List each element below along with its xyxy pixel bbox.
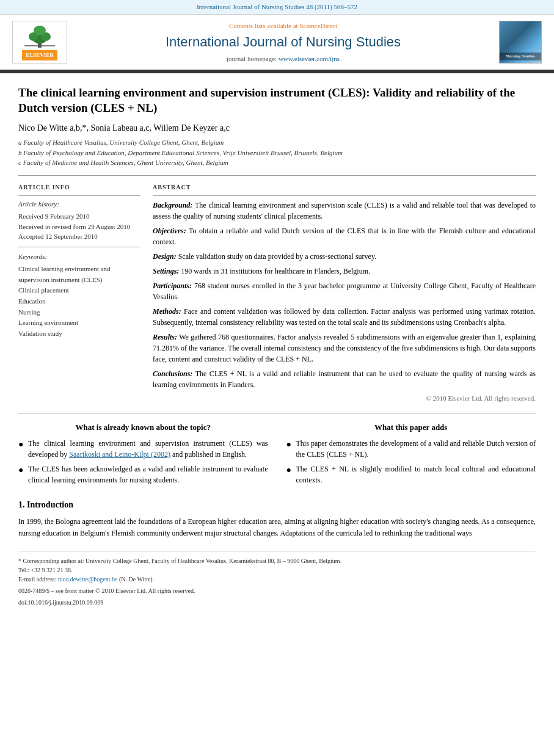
bullet-icon-4: ● — [286, 463, 293, 485]
journal-cover-title: Nursing Studies — [500, 53, 541, 61]
article-title: The clinical learning environment and su… — [18, 85, 536, 115]
history-item-1: Received 9 February 2010 — [18, 211, 140, 222]
known-bullet-1: ● The clinical learning environment and … — [18, 438, 268, 460]
settings-label: Settings: — [153, 267, 179, 275]
abstract-background: Background: The clinical learning enviro… — [153, 200, 536, 222]
abstract-settings: Settings: 190 wards in 31 institutions f… — [153, 266, 536, 277]
keyword-4: Nursing — [18, 307, 140, 318]
keyword-1: Clinical learning environment and superv… — [18, 264, 140, 285]
abstract-objectives: Objectives: To obtain a reliable and val… — [153, 225, 536, 247]
lower-section: What is already known about the topic? ●… — [18, 413, 536, 489]
affiliations: a Faculty of Healthcare Vesalius, Univer… — [18, 137, 536, 168]
results-text: We gathered 768 questionnaires. Factor a… — [153, 333, 536, 363]
adds-section-title: What this paper adds — [286, 422, 536, 433]
bullet-icon-3: ● — [286, 438, 293, 460]
adds-bullet-1: ● This paper demonstrates the developmen… — [286, 438, 536, 460]
email-link[interactable]: nico.dewitte@hogent.be — [58, 576, 118, 583]
objectives-label: Objectives: — [153, 227, 186, 235]
objectives-text: To obtain a reliable and valid Dutch ver… — [153, 227, 536, 246]
homepage-url[interactable]: www.elsevier.com/ijns — [279, 55, 340, 62]
sciencedirect-link-text[interactable]: ScienceDirect — [299, 22, 337, 29]
abstract-design: Design: Scale validation study on data p… — [153, 251, 536, 262]
abstract-column: ABSTRACT Background: The clinical learni… — [153, 183, 536, 403]
journal-cover-image: Nursing Studies — [499, 21, 542, 64]
affiliation-b: b Faculty of Psychology and Education, D… — [18, 148, 536, 158]
article-history-label: Article history: — [18, 200, 140, 209]
known-section-title: What is already known about the topic? — [18, 422, 268, 433]
svg-point-4 — [34, 26, 46, 35]
article-info-divider — [18, 195, 140, 196]
journal-citation-text: International Journal of Nursing Studies… — [197, 3, 357, 10]
journal-title: International Journal of Nursing Studies — [67, 33, 499, 52]
history-item-2: Received in revised form 29 August 2010 — [18, 222, 140, 232]
affiliation-c: c Faculty of Medicine and Health Science… — [18, 158, 536, 168]
keyword-2: Clinical placement — [18, 285, 140, 296]
keywords-label: Keywords: — [18, 252, 140, 261]
keywords-divider — [18, 247, 140, 247]
email-line: E-mail address: nico.dewitte@hogent.be (… — [18, 575, 536, 584]
saarikoski-link[interactable]: Saarikoski and Leino-Kilpi (2002) — [69, 450, 170, 459]
abstract-conclusions: Conclusions: The CLES + NL is a valid an… — [153, 368, 536, 390]
participants-label: Participants: — [153, 282, 192, 290]
journal-header-center: Contents lists available at ScienceDirec… — [67, 21, 499, 64]
abstract-header: ABSTRACT — [153, 183, 536, 192]
copyright-line: © 2010 Elsevier Ltd. All rights reserved… — [153, 394, 536, 403]
article-info-header: ARTICLE INFO — [18, 183, 140, 192]
journal-citation-bar: International Journal of Nursing Studies… — [0, 0, 554, 15]
main-content: The clinical learning environment and su… — [0, 73, 554, 619]
article-info-abstract-section: ARTICLE INFO Article history: Received 9… — [18, 183, 536, 403]
sciencedirect-line: Contents lists available at ScienceDirec… — [67, 21, 499, 31]
abstract-results: Results: We gathered 768 questionnaires.… — [153, 332, 536, 365]
abstract-methods: Methods: Face and content validation was… — [153, 306, 536, 328]
elsevier-label: ELSEVIER — [22, 50, 57, 60]
design-label: Design: — [153, 252, 177, 261]
known-bullet-2: ● The CLES has been acknowledged as a va… — [18, 463, 268, 485]
journal-homepage: journal homepage: www.elsevier.com/ijns — [67, 54, 499, 64]
keyword-6: Validation study — [18, 329, 140, 340]
elsevier-tree-icon — [21, 24, 58, 49]
bullet-icon-1: ● — [18, 438, 24, 460]
methods-label: Methods: — [153, 307, 181, 316]
introduction-title: 1. Introduction — [18, 499, 536, 511]
participants-text: 768 student nurses enrolled in the 3 yea… — [153, 282, 536, 301]
doi-line: doi:10.1016/j.ijnurstu.2010.09.009 — [18, 598, 536, 607]
conclusions-label: Conclusions: — [153, 369, 192, 378]
methods-text: Face and content validation was followed… — [153, 307, 536, 327]
keyword-3: Education — [18, 296, 140, 307]
known-section: What is already known about the topic? ●… — [18, 422, 268, 489]
abstract-divider — [153, 195, 536, 196]
authors-text: Nico De Witte a,b,*, Sonia Labeau a,c, W… — [18, 123, 230, 133]
corresponding-author-line: * Corresponding author at: University Co… — [18, 556, 536, 565]
adds-section: What this paper adds ● This paper demons… — [286, 422, 536, 489]
history-item-3: Accepted 12 September 2010 — [18, 231, 140, 242]
adds-bullet-text-2: The CLES + NL is slightly modified to ma… — [296, 463, 536, 485]
affiliation-a: a Faculty of Healthcare Vesalius, Univer… — [18, 137, 536, 148]
abstract-participants: Participants: 768 student nurses enrolle… — [153, 280, 536, 302]
adds-bullet-text-1: This paper demonstrates the development … — [296, 438, 536, 460]
background-label: Background: — [153, 201, 192, 209]
keyword-5: Learning environment — [18, 318, 140, 329]
journal-header: ELSEVIER Contents lists available at Sci… — [0, 15, 554, 71]
issn-line: 0020-7489/$ – see front matter © 2010 El… — [18, 586, 536, 595]
authors-line: Nico De Witte a,b,*, Sonia Labeau a,c, W… — [18, 122, 536, 134]
settings-text: 190 wards in 31 institutions for healthc… — [181, 267, 370, 275]
design-text: Scale validation study on data provided … — [178, 252, 376, 261]
bullet-icon-2: ● — [18, 463, 24, 485]
introduction-section: 1. Introduction In 1999, the Bologna agr… — [18, 499, 536, 539]
article-info-column: ARTICLE INFO Article history: Received 9… — [18, 183, 140, 403]
introduction-paragraph: In 1999, the Bologna agreement laid the … — [18, 516, 536, 539]
background-text: The clinical learning environment and su… — [153, 201, 536, 220]
adds-bullet-2: ● The CLES + NL is slightly modified to … — [286, 463, 536, 485]
results-label: Results: — [153, 333, 177, 341]
tel-line: Tel.: +32 9 321 21 38. — [18, 565, 536, 575]
known-bullet-text-2: The CLES has been acknowledged as a vali… — [28, 463, 268, 485]
conclusions-text: The CLES + NL is a valid and reliable in… — [153, 369, 536, 389]
known-bullet-text-1: The clinical learning environment and su… — [28, 438, 268, 460]
header-content-divider — [18, 175, 536, 176]
lower-two-col: What is already known about the topic? ●… — [18, 422, 536, 489]
elsevier-logo: ELSEVIER — [12, 21, 67, 64]
footnote-area: * Corresponding author at: University Co… — [18, 551, 536, 607]
